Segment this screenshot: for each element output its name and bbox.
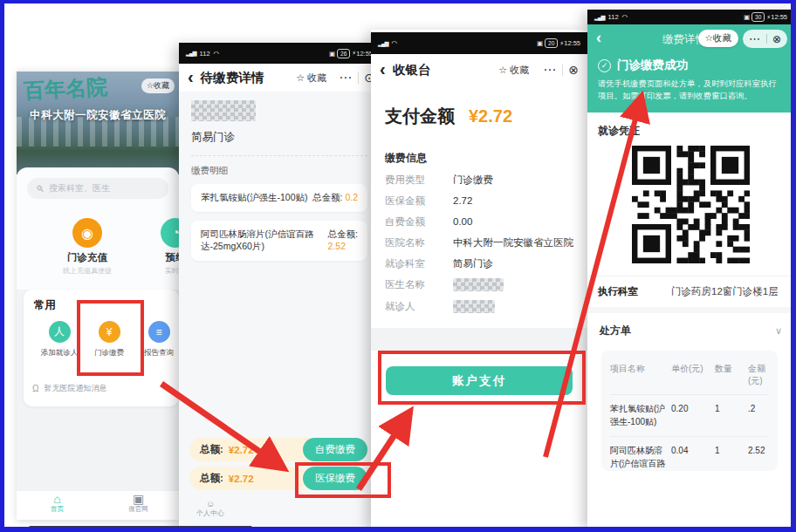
star-icon: ☆ [147, 81, 154, 90]
fee-item-row: 苯扎氯铵贴(沪强生-100贴) 总金额: 0.2 [191, 184, 367, 212]
feature-appointment[interactable]: ◔ 预约 实时查 [141, 218, 179, 276]
favorite-button[interactable]: ☆ 收藏 [296, 72, 326, 85]
favorite-button[interactable]: ☆收藏 [141, 78, 175, 93]
info-row: 就诊人 [371, 296, 587, 317]
status-time: 12:55 [564, 39, 580, 47]
qr-code [632, 146, 750, 263]
phone-screen-home: 百年名院 ☆收藏 中科大附一院安徽省立医院 🔍︎ 搜索科室、医生 ◉ 门诊充值 … [17, 70, 179, 520]
more-icon[interactable]: ⋯ [543, 62, 557, 78]
info-row: 医生名称 [371, 274, 587, 296]
info-row: 自费金额0.00 [371, 211, 587, 232]
item-qty: 1 [715, 403, 745, 428]
info-row: 医保金额2.72 [371, 190, 587, 211]
item-price: 0.04 [671, 445, 711, 471]
recharge-icon: ◉ [72, 218, 102, 248]
visit-type: 简易门诊 [191, 130, 367, 145]
pay-amount: ¥2.72 [469, 106, 512, 126]
nav-bar: ‹ 收银台 ☆ 收藏 ⋯ ⊗ [371, 54, 587, 85]
tab-home[interactable]: ⌂ 首页 [17, 491, 98, 520]
appointment-icon: ◔ [161, 218, 179, 248]
back-button[interactable]: ‹ [587, 30, 608, 47]
hospital-name: 中科大附一院安徽省立医院 [17, 108, 179, 123]
detail-title: 缴费明细 [191, 165, 367, 177]
payment-amount-row: 支付金额 ¥2.72 [371, 85, 587, 128]
amount-label: 总金额: [328, 228, 358, 241]
status-bar: ▂▄▆ 112 ◠ ▣ 26 ⚡ 12:55 [179, 43, 380, 64]
outpatient-payment-item[interactable]: ¥ 门诊缴费 [85, 321, 134, 358]
battery-icon: 20 [545, 38, 558, 48]
page-title: 收银台 [393, 62, 431, 78]
tab-micro-site[interactable]: ▣ 微官网 [98, 491, 179, 520]
doctor-name-redacted [453, 278, 504, 291]
capsule-menu: ⋯ ⊗ [743, 30, 787, 48]
payment-detail-body: 简易门诊 缴费明细 [179, 92, 380, 177]
close-icon[interactable]: ⊗ [568, 63, 579, 77]
insurance-pay-button[interactable]: 医保缴费 [303, 467, 367, 490]
bell-icon: Ω [32, 384, 38, 393]
total-amount: ¥2.72 [229, 445, 254, 455]
nfc-icon: ▣ [744, 13, 750, 21]
total-row-self-pay: 总额: ¥2.72 自费缴费 [189, 438, 367, 461]
notice-bar[interactable]: Ω 暂无医院通知消息 [24, 377, 174, 399]
info-row: 医院名称中科大附一院安徽省立医院 [371, 232, 587, 253]
info-row: 就诊科室简易门诊 [371, 253, 587, 274]
table-row: 阿司匹林肠溶片(沪信谊百路达-25mgX60片) 0.04 1 2.52 [610, 437, 769, 471]
home-body: 🔍︎ 搜索科室、医生 ◉ 门诊充值 线上充值真便捷 ◔ 预约 实时查 [17, 167, 179, 290]
walkthrough-canvas: 百年名院 ☆收藏 中科大附一院安徽省立医院 🔍︎ 搜索科室、医生 ◉ 门诊充值 … [0, 0, 796, 532]
phone-screen-pending-payment: ▂▄▆ 112 ◠ ▣ 26 ⚡ 12:55 ‹ 待缴费详情 ☆ 收藏 ⋯ ⊙ … [179, 43, 380, 532]
item-qty: 1 [715, 445, 745, 471]
account-pay-button[interactable]: 账户支付 [386, 366, 573, 395]
signal-icon: ▂▄▆ [594, 14, 605, 21]
item-name: 阿司匹林肠溶片(沪信谊百路达-25mgX60片) [610, 445, 668, 471]
battery-icon: 30 [751, 12, 765, 22]
banner-calligraphy: 百年名院 [23, 73, 108, 106]
common-title: 常用 [24, 290, 179, 313]
wifi-icon: ◠ [392, 39, 398, 47]
amount-label: 总金额: [312, 192, 342, 202]
total-row-insurance-pay: 总额: ¥2.72 医保缴费 [189, 467, 367, 490]
battery-icon: 26 [337, 49, 350, 58]
status-bar: ▂▄▆ 112 ◠ ▣ 30 ⚡ 12:55 [587, 10, 794, 24]
close-icon[interactable]: ⊗ [772, 33, 781, 45]
item-amount: 2.52 [748, 445, 769, 471]
feature-outpatient-recharge[interactable]: ◉ 门诊充值 线上充值真便捷 [52, 218, 122, 276]
favorite-button[interactable]: ☆ 收藏 [498, 64, 529, 77]
self-pay-button[interactable]: 自费缴费 [303, 438, 367, 461]
nav-bar: ‹ 缴费详情 ☆收藏 ⋯ ⊗ [587, 24, 794, 52]
fee-item-name: 阿司匹林肠溶片(沪信谊百路达-25mgX60片) [201, 228, 323, 253]
item-name: 苯扎氯铵贴(沪强生-100贴) [610, 403, 668, 428]
favorite-button[interactable]: ☆收藏 [698, 30, 738, 47]
wifi-icon: ◠ [214, 50, 220, 58]
status-time: 12:55 [771, 13, 787, 21]
fee-item-row: 阿司匹林肠溶片(沪信谊百路达-25mgX60片) 总金额: 2.52 [191, 221, 367, 261]
hospital-banner-photo: 百年名院 ☆收藏 中科大附一院安徽省立医院 [17, 72, 179, 174]
payment-icon: ¥ [99, 321, 120, 343]
nfc-icon: ▣ [329, 50, 335, 58]
wifi-icon: ◠ [622, 13, 628, 21]
nfc-icon: ▣ [537, 39, 543, 47]
info-section-title: 缴费信息 [371, 128, 587, 169]
success-title-row: ✓ 门诊缴费成功 [587, 52, 794, 73]
more-icon[interactable]: ⋯ [339, 70, 353, 85]
dashed-divider [191, 155, 367, 156]
prescription-table: 项目名称 单价(元) 数量 金额(元) 苯扎氯铵贴(沪强生-100贴) 0.20… [601, 351, 778, 471]
home-icon: ⌂ [17, 493, 98, 505]
info-row: 费用类型门诊缴费 [371, 169, 587, 190]
tab-personal-center[interactable]: ☺ 个人中心 [196, 500, 224, 518]
report-query-item[interactable]: ≡ 报告查询 [134, 321, 179, 358]
search-input[interactable]: 🔍︎ 搜索科室、医生 [27, 178, 168, 199]
person-icon: ☺ [196, 500, 224, 508]
more-icon[interactable]: ⋯ [749, 32, 761, 45]
person-icon: 人 [49, 321, 71, 343]
prescription-header[interactable]: 处方单 ∨ [587, 313, 794, 338]
pay-label: 支付金额 [385, 105, 455, 128]
add-patient-item[interactable]: 人 添加就诊人 [35, 321, 84, 358]
status-bar: ▂▄▆ ◠ ▣ 20 ⚡ 12:55 [371, 32, 587, 54]
gesture-bar [29, 526, 252, 531]
check-icon: ✓ [598, 59, 611, 72]
success-description: 请凭手机缴费页面和处方单，及时到对应科室执行项目。如需打印发票，请到收费窗口咨询… [587, 73, 794, 103]
monitor-icon: ▣ [98, 493, 179, 505]
chevron-down-icon: ∨ [775, 325, 782, 337]
back-button[interactable]: ‹ [179, 68, 201, 87]
back-button[interactable]: ‹ [371, 60, 393, 79]
